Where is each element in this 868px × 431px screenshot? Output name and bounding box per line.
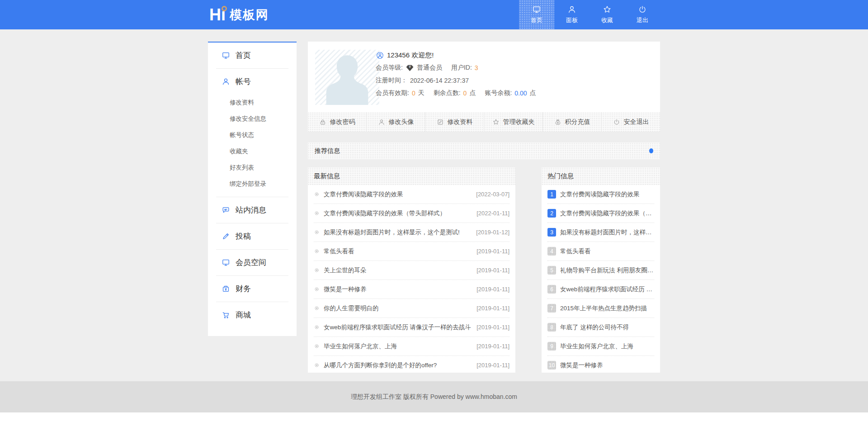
bullet-icon — [314, 286, 320, 292]
sidebar-item-account-status[interactable]: 帐号状态 — [208, 127, 297, 143]
bullet-icon — [314, 305, 320, 311]
list-item[interactable]: 文章付费阅读隐藏字段的效果 [2022-03-07] — [314, 185, 509, 204]
list-item[interactable]: 文章付费阅读隐藏字段的效果（带头部样式） [2022-01-11] — [314, 204, 509, 223]
item-date: [2019-01-11] — [476, 305, 509, 312]
rank-badge: 1 — [547, 190, 556, 199]
bullet-icon — [314, 267, 320, 273]
hot-news-panel: 热门信息 1 文章付费阅读隐藏字段的效果 2 文章付费阅读隐藏字段的效果（带头.… — [542, 167, 660, 373]
list-item[interactable]: 5 礼物导购平台新玩法 利用朋友圈完成... — [547, 261, 654, 280]
change-password-button[interactable]: 修改密码 — [308, 112, 366, 132]
action-bar: 修改密码 修改头像 修改资料 管理收藏夹 积分充值 安全退出 — [308, 112, 660, 132]
sidebar-item-bind-external[interactable]: 绑定外部登录 — [208, 176, 297, 192]
monitor-icon — [222, 51, 230, 60]
list-item[interactable]: 关上尘世的耳朵 [2019-01-11] — [314, 261, 509, 280]
list-item[interactable]: 毕业生如何落户北京、上海 [2019-01-11] — [314, 337, 509, 356]
nav-item-panel[interactable]: 面板 — [554, 0, 590, 29]
sidebar-item-submit[interactable]: 投稿 — [208, 223, 297, 249]
list-item[interactable]: 9 毕业生如何落户北京、上海 — [547, 337, 654, 356]
list-item[interactable]: 2 文章付费阅读隐藏字段的效果（带头... — [547, 204, 654, 223]
sidebar-item-member-space[interactable]: 会员空间 — [208, 250, 297, 275]
edit-doc-icon — [437, 118, 444, 126]
list-item[interactable]: 1 文章付费阅读隐藏字段的效果 — [547, 185, 654, 204]
nav-item-favorites[interactable]: 收藏 — [590, 0, 625, 29]
navbar-menu: 首页 面板 收藏 退出 — [519, 0, 660, 29]
sidebar-item-finance[interactable]: 财务 — [208, 276, 297, 302]
list-item[interactable]: 女web前端程序猿求职面试经历 请像汉子一样的去战斗 [2019-01-11] — [314, 318, 509, 337]
list-item[interactable]: 8 年底了 这样的公司待不得 — [547, 318, 654, 337]
sidebar-item-friends-list[interactable]: 好友列表 — [208, 160, 297, 176]
blue-dot-icon — [649, 148, 653, 153]
item-date: [2019-01-11] — [476, 267, 509, 274]
bullet-icon — [314, 324, 320, 330]
wallet-icon — [222, 284, 230, 293]
logo-text: 模板网 — [230, 7, 269, 23]
account-stats-line: 会员有效期:0天 剩余点数:0点 账号余额:0.00点 — [376, 87, 536, 99]
recommend-title: 推荐信息 — [315, 147, 340, 155]
sidebar-item-edit-profile[interactable]: 修改资料 — [208, 95, 297, 111]
rank-badge: 6 — [547, 285, 556, 294]
bottom-spacer — [0, 412, 868, 431]
rank-badge: 9 — [547, 342, 556, 350]
site-logo[interactable]: Hı 模板网 — [209, 0, 269, 29]
list-item[interactable]: 10 微笑是一种修养 — [547, 356, 654, 374]
sidebar-item-edit-security[interactable]: 修改安全信息 — [208, 111, 297, 127]
monitor-icon — [532, 5, 541, 14]
validity-days: 0 — [412, 90, 415, 97]
latest-list: 文章付费阅读隐藏字段的效果 [2022-03-07] 文章付费阅读隐藏字段的效果… — [308, 185, 515, 374]
footer: 理想开发组工作室 版权所有 Powered by www.hmoban.com — [0, 381, 868, 412]
pen-icon — [222, 232, 230, 241]
sidebar-item-home[interactable]: 首页 — [208, 43, 297, 68]
recommend-bar: 推荐信息 — [308, 142, 660, 159]
user-circle-icon — [376, 51, 384, 60]
sidebar-item-account[interactable]: 帐号 — [208, 69, 297, 95]
bullet-icon — [314, 229, 320, 235]
safe-logout-button[interactable]: 安全退出 — [601, 112, 660, 132]
item-date: [2019-01-11] — [476, 324, 509, 331]
logo-dot-icon — [222, 6, 227, 11]
nav-item-logout[interactable]: 退出 — [625, 0, 660, 29]
balance-value: 0.00 — [514, 90, 527, 97]
bullet-icon — [314, 191, 320, 197]
avatar-silhouette-icon — [315, 50, 379, 105]
list-item[interactable]: 4 常低头看看 — [547, 242, 654, 261]
item-date: [2019-01-11] — [476, 362, 509, 369]
lock-icon — [319, 118, 326, 126]
sidebar-item-messages[interactable]: 站内消息 — [208, 197, 297, 223]
points-value: 0 — [463, 90, 467, 97]
list-item[interactable]: 从哪几个方面判断你拿到的是个好的offer? [2019-01-11] — [314, 356, 509, 374]
nav-item-home[interactable]: 首页 — [519, 0, 554, 29]
coin-icon — [554, 118, 561, 126]
vip-diamond-icon — [406, 64, 414, 72]
hot-panel-title: 热门信息 — [542, 167, 660, 185]
list-item[interactable]: 你的人生需要明白的 [2019-01-11] — [314, 299, 509, 318]
change-avatar-button[interactable]: 修改头像 — [366, 112, 425, 132]
latest-news-panel: 最新信息 文章付费阅读隐藏字段的效果 [2022-03-07] 文章付费阅读隐藏… — [308, 167, 515, 373]
rank-badge: 8 — [547, 323, 556, 332]
bullet-icon — [314, 248, 320, 254]
recharge-points-button[interactable]: 积分充值 — [542, 112, 601, 132]
star-icon — [603, 5, 612, 14]
sidebar-item-favorites-folder[interactable]: 收藏夹 — [208, 143, 297, 160]
bullet-icon — [314, 210, 320, 216]
list-item[interactable]: 6 女web前端程序猿求职面试经历 请像... — [547, 280, 654, 299]
register-time-line: 注册时间： 2022-06-14 22:37:37 — [376, 74, 536, 87]
list-item[interactable]: 如果没有标题封面图片时，这样显示，这个是测试! [2019-01-12] — [314, 223, 509, 242]
list-item[interactable]: 微笑是一种修养 [2019-01-11] — [314, 280, 509, 299]
item-date: [2019-01-12] — [476, 229, 509, 236]
rank-badge: 2 — [547, 209, 556, 218]
welcome-line: 123456 欢迎您! — [376, 49, 536, 62]
list-item[interactable]: 3 如果没有标题封面图片时，这样显示... — [547, 223, 654, 242]
list-item[interactable]: 常低头看看 [2019-01-11] — [314, 242, 509, 261]
edit-profile-button[interactable]: 修改资料 — [425, 112, 484, 132]
rank-badge: 10 — [547, 361, 556, 369]
manage-favorites-button[interactable]: 管理收藏夹 — [484, 112, 542, 132]
list-item[interactable]: 7 2015年上半年热点生意趋势扫描 — [547, 299, 654, 318]
logo-mark: Hı — [209, 7, 226, 23]
star-icon — [492, 118, 500, 126]
latest-panel-title: 最新信息 — [308, 167, 515, 185]
sidebar-item-shop[interactable]: 商城 — [208, 302, 297, 328]
top-navbar: Hı 模板网 首页 面板 收藏 退出 — [0, 0, 868, 29]
member-level-line: 会员等级: 普通会员 用户ID: 3 — [376, 62, 536, 74]
user-info: 123456 欢迎您! 会员等级: 普通会员 用户ID: 3 注册时间： 202… — [376, 49, 536, 99]
cart-icon — [222, 311, 230, 319]
